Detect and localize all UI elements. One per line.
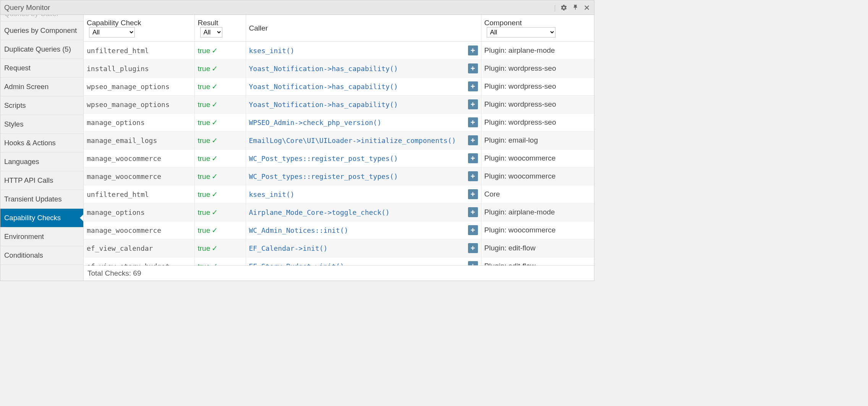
sidebar-item-languages[interactable]: Languages	[0, 153, 83, 171]
result-cell: true✓	[194, 257, 246, 266]
component-cell: Plugin: wordpress-seo	[481, 96, 594, 114]
sidebar-item-queries-by-component[interactable]: Queries by Component	[0, 21, 83, 40]
gear-icon[interactable]	[560, 4, 567, 11]
result-cell: true✓	[194, 221, 246, 239]
expand-button[interactable]: +	[468, 261, 478, 265]
capability-cell: manage_options	[84, 114, 194, 132]
component-cell: Plugin: edit-flow	[481, 239, 594, 257]
caller-link[interactable]: Yoast_Notification->has_capability()	[249, 83, 465, 91]
caller-link[interactable]: Airplane_Mode_Core->toggle_check()	[249, 208, 465, 216]
caller-link[interactable]: EF_Story_Budget->init()	[249, 262, 465, 266]
check-icon: ✓	[212, 83, 218, 91]
result-cell: true✓	[194, 42, 246, 60]
header-caller: Caller	[246, 15, 481, 42]
capability-cell: install_plugins	[84, 60, 194, 78]
header-capability: Capability Check All	[84, 15, 194, 42]
sidebar-item-scripts[interactable]: Scripts	[0, 96, 83, 115]
expand-button[interactable]: +	[468, 225, 478, 235]
check-icon: ✓	[212, 226, 218, 234]
sidebar-item-http-api-calls[interactable]: HTTP API Calls	[0, 171, 83, 190]
check-icon: ✓	[212, 154, 218, 162]
caller-link[interactable]: kses_init()	[249, 47, 465, 55]
sidebar-item-duplicate-queries-5-[interactable]: Duplicate Queries (5)	[0, 40, 83, 59]
sidebar-item-conditionals[interactable]: Conditionals	[0, 246, 83, 265]
result-cell: true✓	[194, 96, 246, 114]
expand-button[interactable]: +	[468, 117, 478, 127]
close-icon[interactable]	[583, 4, 590, 11]
sidebar-item-capability-checks[interactable]: Capability Checks	[0, 209, 83, 227]
capability-cell: wpseo_manage_options	[84, 96, 194, 114]
caller-cell: Yoast_Notification->has_capability()+	[246, 96, 481, 114]
expand-button[interactable]: +	[468, 99, 478, 109]
pin-icon[interactable]	[572, 4, 579, 11]
caller-link[interactable]: kses_init()	[249, 190, 465, 198]
component-cell: Core	[481, 185, 594, 203]
expand-button[interactable]: +	[468, 243, 478, 253]
caller-link[interactable]: WPSEO_Admin->check_php_version()	[249, 119, 465, 127]
main-content: Capability Check All Result All Caller C…	[84, 15, 594, 281]
expand-button[interactable]: +	[468, 81, 478, 91]
table-row: unfiltered_htmltrue✓kses_init()+Plugin: …	[84, 42, 594, 60]
capability-cell: manage_woocommerce	[84, 149, 194, 167]
caller-link[interactable]: WC_Post_types::register_post_types()	[249, 154, 465, 162]
table-row: wpseo_manage_optionstrue✓Yoast_Notificat…	[84, 96, 594, 114]
sidebar-item-request[interactable]: Request	[0, 59, 83, 78]
table-row: manage_woocommercetrue✓WC_Post_types::re…	[84, 149, 594, 167]
titlebar: Query Monitor |	[0, 0, 594, 15]
caller-link[interactable]: WC_Admin_Notices::init()	[249, 226, 465, 234]
component-filter[interactable]: All	[487, 27, 555, 37]
capability-cell: ef_view_story_budget	[84, 257, 194, 266]
component-cell: Plugin: email-log	[481, 132, 594, 149]
component-cell: Plugin: woocommerce	[481, 167, 594, 185]
total-checks: Total Checks: 69	[87, 269, 141, 278]
sidebar-item-styles[interactable]: Styles	[0, 115, 83, 134]
component-cell: Plugin: wordpress-seo	[481, 114, 594, 132]
sidebar-item-environment[interactable]: Environment	[0, 227, 83, 246]
caller-link[interactable]: EF_Calendar->init()	[249, 244, 465, 252]
table-row: manage_optionstrue✓Airplane_Mode_Core->t…	[84, 203, 594, 221]
sidebar-item-hooks-actions[interactable]: Hooks & Actions	[0, 134, 83, 153]
caller-cell: Yoast_Notification->has_capability()+	[246, 78, 481, 96]
capability-filter[interactable]: All	[89, 27, 135, 37]
caller-link[interactable]: EmailLog\Core\UI\UILoader->initialize_co…	[249, 136, 465, 145]
result-cell: true✓	[194, 167, 246, 185]
check-icon: ✓	[212, 208, 218, 216]
capability-cell: manage_email_logs	[84, 132, 194, 149]
expand-button[interactable]: +	[468, 135, 478, 145]
sidebar-item-transient-updates[interactable]: Transient Updates	[0, 190, 83, 209]
check-icon: ✓	[212, 190, 218, 198]
capability-cell: unfiltered_html	[84, 185, 194, 203]
component-cell: Plugin: wordpress-seo	[481, 60, 594, 78]
component-cell: Plugin: wordpress-seo	[481, 78, 594, 96]
table-row: manage_woocommercetrue✓WC_Post_types::re…	[84, 167, 594, 185]
expand-button[interactable]: +	[468, 153, 478, 163]
sidebar-item-queries-by-caller[interactable]: Queries by Caller	[0, 15, 83, 21]
check-icon: ✓	[212, 65, 218, 73]
caller-link[interactable]: Yoast_Notification->has_capability()	[249, 65, 465, 73]
expand-button[interactable]: +	[468, 171, 478, 181]
caller-link[interactable]: Yoast_Notification->has_capability()	[249, 101, 465, 109]
caller-link[interactable]: WC_Post_types::register_post_types()	[249, 172, 465, 180]
check-icon: ✓	[212, 119, 218, 127]
component-cell: Plugin: edit-flow	[481, 257, 594, 266]
sidebar-item-admin-screen[interactable]: Admin Screen	[0, 78, 83, 96]
check-icon: ✓	[212, 244, 218, 252]
expand-button[interactable]: +	[468, 207, 478, 217]
table-row: unfiltered_htmltrue✓kses_init()+Core	[84, 185, 594, 203]
check-icon: ✓	[212, 101, 218, 109]
table-row: manage_email_logstrue✓EmailLog\Core\UI\U…	[84, 132, 594, 149]
result-filter[interactable]: All	[200, 27, 222, 37]
capability-table: Capability Check All Result All Caller C…	[84, 15, 594, 265]
expand-button[interactable]: +	[468, 63, 478, 73]
caller-cell: WC_Post_types::register_post_types()+	[246, 167, 481, 185]
capability-cell: ef_view_calendar	[84, 239, 194, 257]
result-cell: true✓	[194, 60, 246, 78]
expand-button[interactable]: +	[468, 189, 478, 199]
check-icon: ✓	[212, 136, 218, 145]
caller-cell: kses_init()+	[246, 42, 481, 60]
expand-button[interactable]: +	[468, 45, 478, 55]
caller-cell: WPSEO_Admin->check_php_version()+	[246, 114, 481, 132]
caller-cell: EF_Calendar->init()+	[246, 239, 481, 257]
check-icon: ✓	[212, 172, 218, 180]
query-monitor-panel: Query Monitor | Queries by CallerQueries…	[0, 0, 594, 281]
